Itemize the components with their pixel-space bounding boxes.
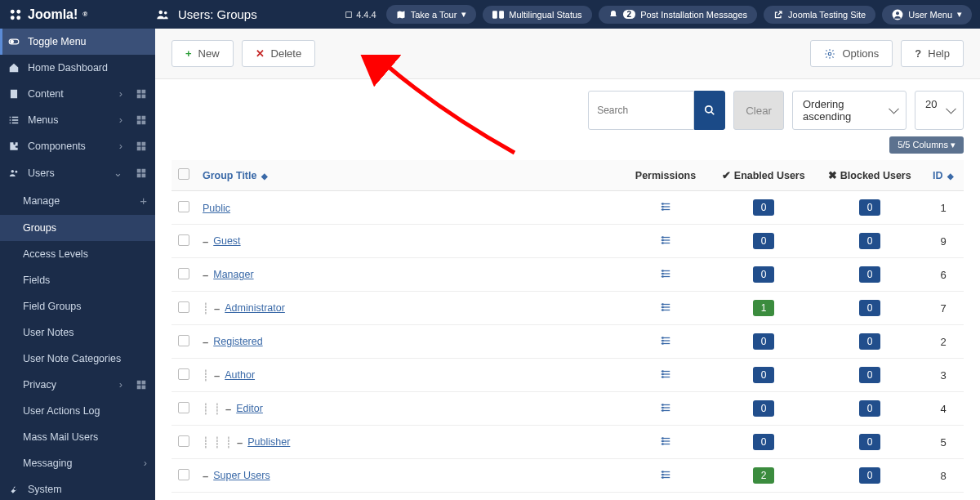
row-checkbox[interactable] [178, 469, 189, 480]
row-checkbox[interactable] [178, 402, 189, 413]
dashboard-icon[interactable] [136, 141, 147, 152]
permissions-icon[interactable] [659, 201, 672, 212]
multilingual-button[interactable]: Multilingual Status [483, 6, 591, 24]
group-link[interactable]: Editor [236, 403, 263, 414]
sidebar-sub-user-actions-log[interactable]: User Actions Log [0, 398, 155, 424]
group-link[interactable]: Guest [213, 235, 240, 247]
svg-point-46 [662, 203, 663, 203]
ordering-select[interactable]: Ordering ascending [792, 91, 906, 130]
svg-point-4 [159, 10, 163, 14]
sidebar-sub-privacy[interactable]: Privacy› [0, 372, 155, 398]
delete-button[interactable]: ✕Delete [242, 40, 316, 67]
group-link[interactable]: Administrator [225, 302, 285, 314]
sidebar-item-home-dashboard[interactable]: Home Dashboard [0, 55, 155, 81]
search-button[interactable] [694, 91, 725, 130]
gear-icon [824, 48, 835, 60]
row-checkbox[interactable] [178, 368, 189, 380]
sidebar-sub-fields[interactable]: Fields [0, 267, 155, 293]
permissions-icon[interactable] [659, 435, 672, 447]
blocked-count[interactable]: 0 [859, 233, 881, 249]
permissions-icon[interactable] [659, 268, 672, 279]
sidebar-item-users[interactable]: Users⌄ [0, 159, 155, 186]
dashboard-icon[interactable] [136, 114, 147, 126]
blocked-count[interactable]: 0 [859, 367, 881, 383]
enabled-count[interactable]: 1 [753, 300, 775, 316]
enabled-count[interactable]: 0 [753, 199, 775, 216]
columns-button[interactable]: 5/5 Columns ▾ [889, 136, 964, 154]
dashboard-icon[interactable] [136, 167, 147, 179]
dashboard-icon[interactable] [136, 88, 147, 100]
sidebar-sub-mass-mail-users[interactable]: Mass Mail Users [0, 424, 155, 450]
sidebar-sub-manage[interactable]: Manage+ [0, 186, 155, 215]
group-link[interactable]: Publisher [247, 436, 290, 448]
row-checkbox[interactable] [178, 234, 189, 246]
options-button[interactable]: Options [810, 40, 893, 67]
blocked-count[interactable]: 0 [859, 467, 881, 484]
permissions-icon[interactable] [659, 234, 672, 246]
x-icon: ✕ [256, 47, 265, 60]
blocked-count[interactable]: 0 [859, 300, 881, 316]
toggle-menu[interactable]: Toggle Menu [0, 29, 155, 55]
joomla-small-icon [345, 11, 353, 19]
col-group-title[interactable]: Group Title ◆ [196, 160, 621, 191]
sidebar-item-menus[interactable]: Menus› [0, 107, 155, 133]
sidebar-sub-access-levels[interactable]: Access Levels [0, 241, 155, 267]
group-link[interactable]: Public [203, 203, 230, 214]
sidebar-sub-field-groups[interactable]: Field Groups [0, 293, 155, 319]
select-all-checkbox[interactable] [178, 168, 189, 180]
blocked-count[interactable]: 0 [859, 199, 881, 216]
sidebar-item-content[interactable]: Content› [0, 81, 155, 107]
group-link[interactable]: Super Users [213, 470, 270, 481]
blocked-count[interactable]: 0 [859, 434, 881, 450]
svg-rect-20 [137, 121, 141, 125]
permissions-icon[interactable] [659, 402, 672, 413]
take-tour-button[interactable]: Take a Tour ▾ [386, 5, 477, 24]
permissions-icon[interactable] [659, 335, 672, 346]
permissions-icon[interactable] [659, 368, 672, 380]
row-checkbox[interactable] [178, 301, 189, 313]
pagesize-select[interactable]: 20 [915, 91, 964, 130]
group-link[interactable]: Author [225, 369, 255, 381]
blocked-count[interactable]: 0 [859, 333, 881, 350]
row-id: 1 [923, 191, 964, 225]
group-link[interactable]: Manager [213, 269, 253, 280]
sidebar-sub-user-note-categories[interactable]: User Note Categories [0, 346, 155, 372]
row-checkbox[interactable] [178, 201, 189, 212]
row-checkbox[interactable] [178, 435, 189, 447]
help-button[interactable]: ?Help [901, 40, 964, 67]
enabled-count[interactable]: 0 [753, 233, 775, 249]
blocked-count[interactable]: 0 [859, 400, 881, 417]
row-checkbox[interactable] [178, 335, 189, 346]
enabled-count[interactable]: 0 [753, 434, 775, 450]
sidebar-sub-user-notes[interactable]: User Notes [0, 319, 155, 346]
enabled-count[interactable]: 0 [753, 266, 775, 283]
sidebar-sub-messaging[interactable]: Messaging› [0, 450, 155, 476]
svg-point-47 [662, 206, 663, 207]
col-id[interactable]: ID ◆ [923, 160, 964, 191]
brand-logo[interactable]: Joomla! ® [8, 7, 155, 22]
blocked-count[interactable]: 0 [859, 266, 881, 283]
toggle-icon [8, 36, 20, 47]
group-link[interactable]: Registered [213, 336, 262, 347]
row-checkbox[interactable] [178, 268, 189, 279]
permissions-icon[interactable] [659, 301, 672, 313]
sidebar-item-system[interactable]: System [0, 476, 155, 500]
dashboard-icon[interactable] [136, 379, 147, 391]
search-input[interactable] [588, 91, 694, 130]
enabled-count[interactable]: 0 [753, 400, 775, 417]
post-install-button[interactable]: 2 Post Installation Messages [599, 6, 757, 24]
svg-point-94 [662, 471, 663, 471]
sidebar-sub-groups[interactable]: Groups [0, 215, 155, 241]
enabled-count[interactable]: 2 [753, 467, 775, 484]
enabled-count[interactable]: 0 [753, 333, 775, 350]
svg-point-26 [11, 169, 15, 172]
clear-button[interactable]: Clear [733, 91, 784, 130]
user-menu-button[interactable]: User Menu ▾ [882, 5, 972, 25]
new-button[interactable]: +New [172, 40, 234, 67]
permissions-icon[interactable] [659, 469, 672, 480]
plus-icon[interactable]: + [140, 194, 147, 208]
frontend-link[interactable]: Joomla Testing Site [764, 6, 875, 24]
sidebar-item-components[interactable]: Components› [0, 133, 155, 159]
svg-point-88 [662, 437, 663, 438]
enabled-count[interactable]: 0 [753, 367, 775, 383]
